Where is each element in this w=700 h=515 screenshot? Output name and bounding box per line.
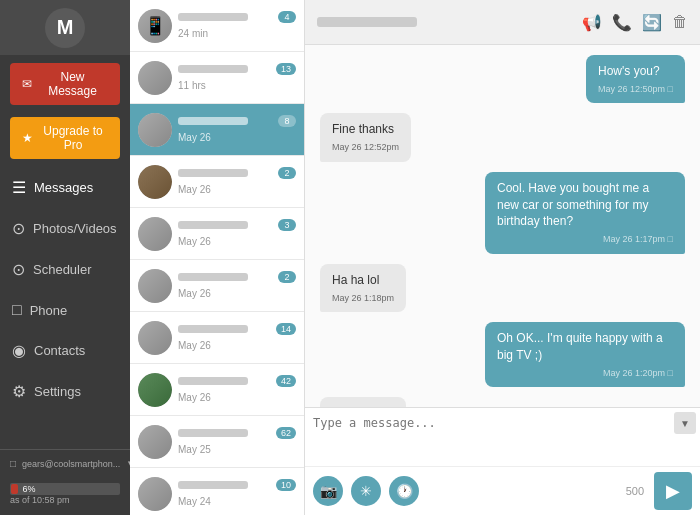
camera-button[interactable]: 📷 [313,476,343,506]
conv-name-blur [178,273,248,281]
sidebar-item-phone[interactable]: □ Phone [0,290,130,330]
list-item[interactable]: 42 May 26 [130,364,304,416]
conv-name-blur [178,481,248,489]
sidebar-item-photos[interactable]: ⊙ Photos/Videos [0,208,130,249]
refresh-icon[interactable]: 🔄 [642,13,662,32]
conv-badge: 42 [276,375,296,387]
schedule-button[interactable]: 🕐 [389,476,419,506]
message-time: May 26 1:20pm □ [497,367,673,380]
conv-name-blur [178,377,248,385]
avatar [138,165,172,199]
sidebar-nav: ☰ Messages ⊙ Photos/Videos ⊙ Scheduler □… [0,167,130,449]
conv-info: 2 May 26 [178,271,296,301]
list-item[interactable]: 8 May 26 [130,104,304,156]
message-row: Wait what May 26 1:22pm [320,397,685,407]
list-item[interactable]: 62 May 25 [130,416,304,468]
avatar [138,321,172,355]
list-item[interactable]: 3 May 26 [130,208,304,260]
sidebar-item-contacts[interactable]: ◉ Contacts [0,330,130,371]
avatar [138,477,172,511]
message-bubble: Cool. Have you bought me a new car or so… [485,172,685,254]
chat-header-actions: 📢 📞 🔄 🗑 [582,13,688,32]
battery-percent: 6% [23,484,36,494]
message-time: May 26 1:17pm □ [497,233,673,246]
attach-dropdown-button[interactable]: ▼ [674,412,696,434]
sidebar-item-scheduler[interactable]: ⊙ Scheduler [0,249,130,290]
message-bubble: Oh OK... I'm quite happy with a big TV ;… [485,322,685,387]
dropdown-icon: ▼ [680,418,690,429]
conversation-list: 📱 4 24 min 13 11 hrs 8 May 26 [130,0,305,515]
conv-info: 13 11 hrs [178,63,296,93]
conv-badge: 14 [276,323,296,335]
conv-date: 24 min [178,28,208,39]
send-icon: ▶ [666,480,680,502]
call-icon[interactable]: 📞 [612,13,632,32]
conv-info: 4 24 min [178,11,296,41]
scheduler-icon: ⊙ [12,260,25,279]
battery-section: 6% as of 10:58 pm [0,477,130,515]
conv-date: May 26 [178,132,211,143]
contacts-icon: ◉ [12,341,26,360]
avatar [138,113,172,147]
avatar [138,425,172,459]
conv-badge: 4 [278,11,296,23]
chat-area: 📢 📞 🔄 🗑 How's you? May 26 12:50pm □ Fine… [305,0,700,515]
account-item[interactable]: □ gears@coolsmartphon... ▼ [0,450,130,477]
conv-date: 11 hrs [178,80,206,91]
conv-badge: 62 [276,427,296,439]
avatar [138,373,172,407]
conv-date: May 26 [178,340,211,351]
clock-icon: 🕐 [396,483,413,499]
message-row: Ha ha lol May 26 1:18pm [320,264,685,312]
conv-date: May 26 [178,184,211,195]
delete-icon[interactable]: 🗑 [672,13,688,31]
upgrade-button[interactable]: ★ Upgrade to Pro [10,117,120,159]
chat-contact-name [317,13,417,31]
avatar [138,61,172,95]
message-bubble: Ha ha lol May 26 1:18pm [320,264,406,312]
sidebar-item-settings[interactable]: ⚙ Settings [0,371,130,412]
phone-icon: □ [12,301,22,319]
sidebar-item-messages[interactable]: ☰ Messages [0,167,130,208]
new-message-button[interactable]: ✉ New Message [10,63,120,105]
conv-badge: 8 [278,115,296,127]
conv-badge: 13 [276,63,296,75]
conv-name-blur [178,169,248,177]
sidebar: M ✉ New Message ★ Upgrade to Pro ☰ Messa… [0,0,130,515]
avatar [138,269,172,303]
device-icon: □ [668,368,673,378]
avatar: 📱 [138,9,172,43]
message-time: May 26 12:52pm [332,141,399,154]
message-bubble: How's you? May 26 12:50pm □ [586,55,685,103]
toolbar-right: 500 ▶ [626,472,692,510]
megaphone-icon[interactable]: 📢 [582,13,602,32]
list-item[interactable]: 14 May 26 [130,312,304,364]
attach-icon: ✳ [360,483,372,499]
conv-date: May 25 [178,444,211,455]
toolbar-left: 📷 ✳ 🕐 [313,476,419,506]
list-item[interactable]: 2 May 26 [130,260,304,312]
list-item[interactable]: 📱 4 24 min [130,0,304,52]
battery-bar: 6% [10,483,120,495]
conv-badge: 10 [276,479,296,491]
list-item[interactable]: 10 May 24 [130,468,304,515]
device-icon: □ [668,234,673,244]
attach-button[interactable]: ✳ [351,476,381,506]
chat-input-area: ▼ 📷 ✳ 🕐 500 ▶ [305,407,700,515]
conv-info: 8 May 26 [178,115,296,145]
conv-info: 62 May 25 [178,427,296,457]
conv-name-blur [178,325,248,333]
sidebar-bottom: □ gears@coolsmartphon... ▼ 6% as of 10:5… [0,449,130,515]
conv-date: May 26 [178,236,211,247]
conv-info: 3 May 26 [178,219,296,249]
list-item[interactable]: 13 11 hrs [130,52,304,104]
conv-name-blur [178,117,248,125]
battery-fill [11,484,18,494]
conv-badge: 3 [278,219,296,231]
conv-name-blur [178,65,248,73]
message-input[interactable] [305,408,700,466]
send-button[interactable]: ▶ [654,472,692,510]
chat-toolbar: 📷 ✳ 🕐 500 ▶ [305,466,700,515]
conv-date: May 24 [178,496,211,507]
list-item[interactable]: 2 May 26 [130,156,304,208]
